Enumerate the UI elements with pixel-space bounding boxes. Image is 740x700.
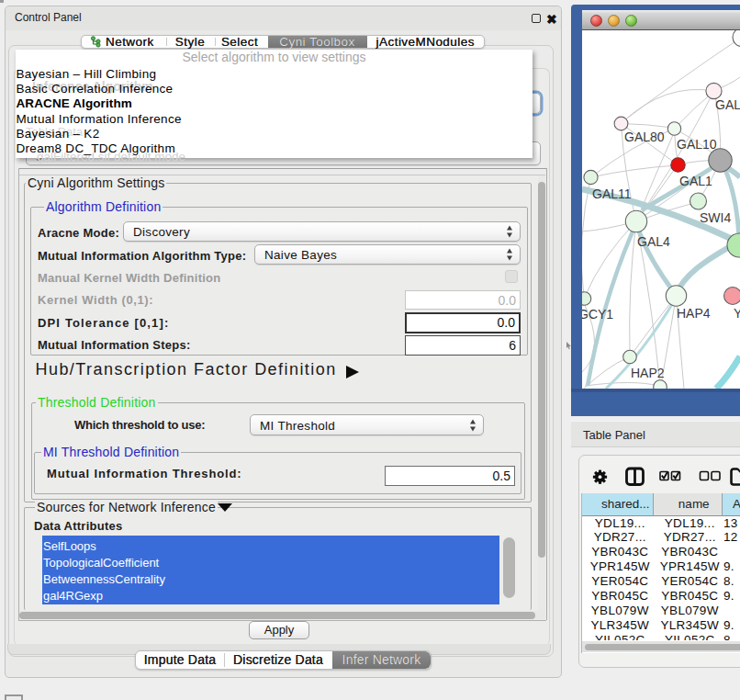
svg-text:HAP4: HAP4 [677,306,711,321]
svg-text:HAP2: HAP2 [631,366,665,380]
svg-text:GAL80: GAL80 [624,130,665,144]
svg-text:SWI4: SWI4 [700,210,731,225]
svg-text:GAL11: GAL11 [592,186,632,201]
svg-text:GAL4: GAL4 [637,234,670,249]
svg-text:YD: YD [734,306,740,321]
svg-text:GAL10: GAL10 [677,137,717,152]
svg-text:GAL7: GAL7 [715,97,740,112]
svg-text:GAL1: GAL1 [679,174,712,188]
svg-text:GCY1: GCY1 [582,307,613,322]
